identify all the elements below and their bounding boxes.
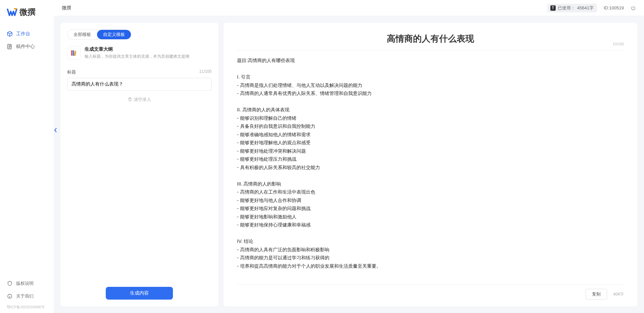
field-label: 标题: [67, 69, 76, 75]
brand-logo: 微撰: [0, 7, 54, 28]
template-tabs: 全部模板 自定义模板: [67, 30, 131, 40]
info-icon: [7, 293, 13, 299]
tab-all-templates[interactable]: 全部模板: [67, 30, 97, 39]
user-id: ID:100519: [604, 5, 624, 10]
template-card: 生成文章大纲 输入标题，为你提供文章主体的灵感，并为其创建推文提纲: [67, 46, 212, 60]
topbar: 微撰 T 已使用：45641字 ID:100519: [54, 0, 644, 16]
sidebar-item-copyright[interactable]: 版权说明: [0, 277, 54, 290]
power-icon[interactable]: [631, 5, 636, 11]
sidebar-item-label: 版权说明: [16, 280, 34, 286]
brand-name: 微撰: [19, 7, 36, 17]
svg-rect-4: [74, 51, 76, 56]
generate-button[interactable]: 生成内容: [106, 287, 173, 300]
template-title: 生成文章大纲: [85, 46, 189, 52]
breadcrumb: 微撰: [62, 5, 71, 11]
svg-rect-3: [73, 50, 74, 56]
result-panel: 高情商的人有什么表现 10/100 题目:高情商的人有哪些表现 I. 引言 - …: [224, 23, 637, 306]
books-icon: [67, 46, 81, 60]
collapse-handle[interactable]: [54, 127, 57, 134]
result-title: 高情商的人有什么表现: [237, 33, 624, 45]
icp-text: 鄂ICP备2022016946号: [0, 303, 54, 310]
usage-value: 45641字: [577, 5, 594, 11]
usage-label: 已使用：: [558, 5, 575, 11]
clear-input-button[interactable]: 清空录入: [67, 97, 212, 103]
sidebar: 微撰 工作台 稿件中心 版权说明 关于我们 鄂ICP备2022016946号: [0, 0, 54, 313]
copy-button[interactable]: 复制: [586, 289, 607, 300]
clear-label: 清空录入: [134, 97, 151, 103]
sidebar-item-label: 稿件中心: [16, 44, 35, 50]
sidebar-item-about[interactable]: 关于我们: [0, 290, 54, 303]
document-icon: [7, 44, 13, 50]
cube-icon: [7, 31, 13, 37]
title-counter: 10/100: [612, 42, 624, 46]
config-panel: 全部模板 自定义模板 生成文章大纲 输入标题，为你提供文章主体的灵感，并为其创建…: [60, 23, 218, 306]
template-desc: 输入标题，为你提供文章主体的灵感，并为其创建推文提纲: [85, 54, 189, 59]
divider: [237, 50, 624, 50]
word-count: 404字: [613, 292, 624, 297]
usage-badge: T 已使用：45641字: [547, 4, 597, 12]
result-body: 题目:高情商的人有哪些表现 I. 引言 - 高情商是指人们处理情绪、与他人互动以…: [237, 56, 624, 278]
sidebar-item-drafts[interactable]: 稿件中心: [0, 40, 54, 53]
tab-custom-templates[interactable]: 自定义模板: [97, 30, 131, 39]
logo-icon: [7, 7, 17, 17]
sidebar-item-workspace[interactable]: 工作台: [0, 28, 54, 40]
trash-icon: [128, 97, 132, 103]
title-input[interactable]: [67, 78, 212, 91]
text-icon: T: [550, 5, 556, 11]
shield-icon: [7, 280, 13, 286]
sidebar-item-label: 关于我们: [16, 293, 34, 299]
svg-rect-2: [71, 50, 73, 56]
field-counter: 11/100: [199, 69, 212, 75]
sidebar-item-label: 工作台: [16, 31, 30, 37]
